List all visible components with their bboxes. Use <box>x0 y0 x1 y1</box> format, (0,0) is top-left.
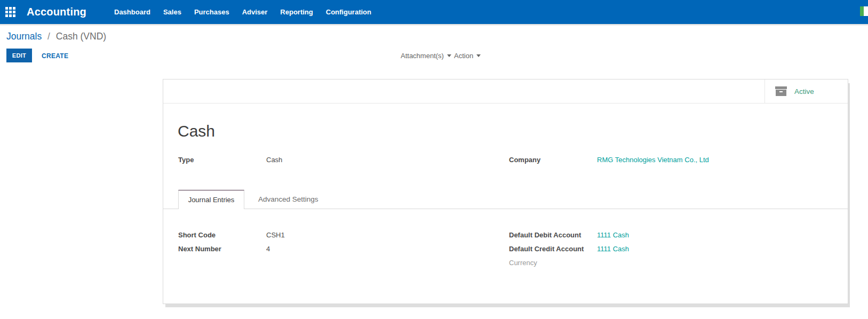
chevron-down-icon <box>476 54 481 57</box>
action-dropdown-label: Action <box>454 52 473 60</box>
active-button-label: Active <box>794 87 814 95</box>
user-menu-partial[interactable] <box>860 6 868 16</box>
type-label: Type <box>178 156 266 164</box>
default-credit-account-link[interactable]: 1111 Cash <box>597 245 629 253</box>
archive-box-icon <box>775 86 787 96</box>
chevron-down-icon <box>447 54 451 57</box>
attachments-dropdown[interactable]: Attachment(s) <box>401 52 451 60</box>
action-dropdown[interactable]: Action <box>454 52 481 60</box>
app-header: Accounting Dashboard Sales Purchases Adv… <box>0 0 868 24</box>
menu-item-sales[interactable]: Sales <box>163 8 181 16</box>
type-value: Cash <box>266 156 282 164</box>
main-menu: Dashboard Sales Purchases Adviser Report… <box>114 8 371 16</box>
field-default-credit-account: Default Credit Account 1111 Cash <box>509 245 629 253</box>
field-default-debit-account: Default Debit Account 1111 Cash <box>509 231 629 240</box>
field-short-code: Short Code CSH1 <box>178 231 285 240</box>
apps-grid-icon[interactable] <box>5 7 15 17</box>
presence-indicator <box>860 6 864 16</box>
menu-item-purchases[interactable]: Purchases <box>194 8 229 16</box>
tab-journal-entries[interactable]: Journal Entries <box>178 190 244 209</box>
attachments-dropdown-label: Attachment(s) <box>401 52 444 60</box>
status-bar: Active <box>163 79 848 103</box>
form-sheet: Active Cash Type Cash Company RMG Techno… <box>163 79 848 304</box>
field-currency: Currency <box>509 259 597 267</box>
active-archive-button[interactable]: Active <box>765 79 848 103</box>
record-title: Cash <box>178 122 215 140</box>
header-shadow <box>0 24 868 26</box>
default-debit-account-label: Default Debit Account <box>509 231 597 240</box>
breadcrumb: Journals / Cash (VND) <box>6 31 106 42</box>
company-link[interactable]: RMG Technologies Vietnam Co., Ltd <box>597 156 709 164</box>
breadcrumb-journals-link[interactable]: Journals <box>6 31 42 42</box>
next-number-label: Next Number <box>178 245 266 253</box>
tab-advanced-settings[interactable]: Advanced Settings <box>244 190 332 209</box>
tabs-divider <box>163 209 848 209</box>
user-menu-background <box>864 6 868 16</box>
breadcrumb-current: Cash (VND) <box>56 31 106 42</box>
company-label: Company <box>509 156 597 164</box>
menu-item-reporting[interactable]: Reporting <box>280 8 313 16</box>
menu-item-adviser[interactable]: Adviser <box>242 8 268 16</box>
default-credit-account-label: Default Credit Account <box>509 245 597 253</box>
currency-label: Currency <box>509 259 597 267</box>
app-title: Accounting <box>27 6 86 18</box>
app-window: Accounting Dashboard Sales Purchases Adv… <box>0 0 868 319</box>
default-debit-account-link[interactable]: 1111 Cash <box>597 231 629 240</box>
edit-button[interactable]: EDIT <box>6 49 32 62</box>
short-code-value: CSH1 <box>266 231 285 240</box>
breadcrumb-separator: / <box>47 31 50 42</box>
field-next-number: Next Number 4 <box>178 245 270 253</box>
field-company: Company RMG Technologies Vietnam Co., Lt… <box>509 156 709 164</box>
create-button[interactable]: CREATE <box>42 52 68 60</box>
next-number-value: 4 <box>266 245 270 253</box>
short-code-label: Short Code <box>178 231 266 240</box>
menu-item-configuration[interactable]: Configuration <box>326 8 371 16</box>
menu-item-dashboard[interactable]: Dashboard <box>114 8 150 16</box>
field-type: Type Cash <box>178 156 282 164</box>
